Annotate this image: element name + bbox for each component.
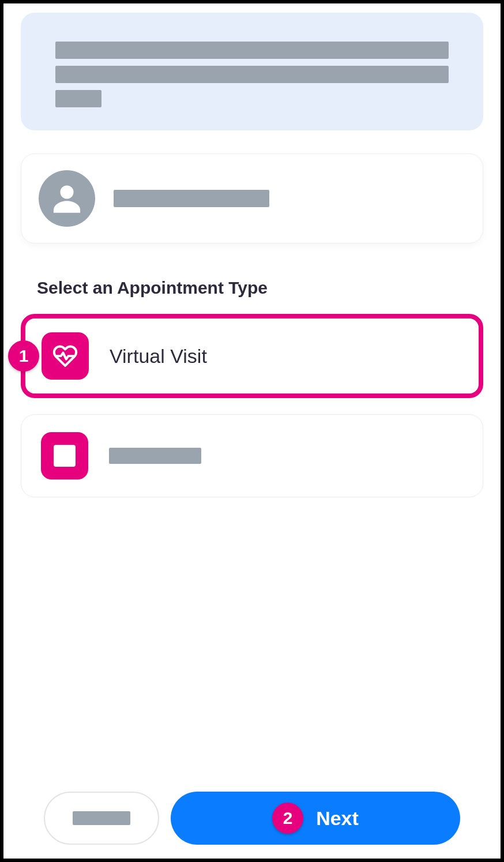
heart-pulse-icon xyxy=(42,332,89,380)
appointment-option-2[interactable] xyxy=(21,414,483,497)
info-text-placeholder xyxy=(55,66,449,83)
avatar-icon xyxy=(39,170,95,227)
info-card xyxy=(21,13,483,130)
appointment-option-label: Virtual Visit xyxy=(110,345,207,368)
appointment-option-label-placeholder xyxy=(109,448,201,464)
footer-buttons: 2 Next xyxy=(3,792,501,845)
square-icon xyxy=(41,432,88,479)
svg-point-0 xyxy=(60,185,73,198)
appointment-option-virtual[interactable]: 1 Virtual Visit xyxy=(21,314,483,398)
section-heading: Select an Appointment Type xyxy=(21,278,483,298)
next-button[interactable]: 2 Next xyxy=(171,792,460,845)
back-button-label-placeholder xyxy=(73,811,130,825)
callout-badge-2: 2 xyxy=(272,803,303,834)
patient-card[interactable] xyxy=(21,153,483,243)
next-button-label: Next xyxy=(316,807,359,830)
patient-name-placeholder xyxy=(114,190,269,207)
info-text-placeholder xyxy=(55,42,449,59)
appointment-type-screen: Select an Appointment Type 1 Virtual Vis… xyxy=(3,13,501,862)
callout-badge-1: 1 xyxy=(8,340,39,372)
back-button[interactable] xyxy=(44,792,159,845)
info-text-placeholder xyxy=(55,90,101,107)
